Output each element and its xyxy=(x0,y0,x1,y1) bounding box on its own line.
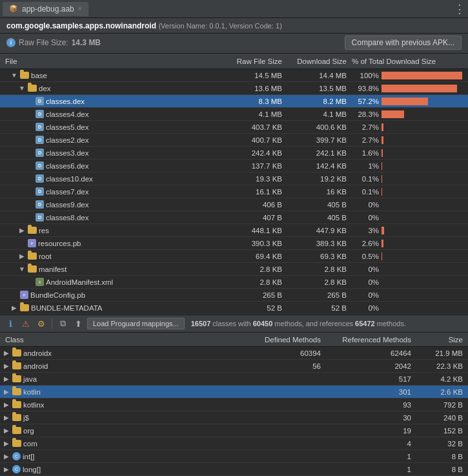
chevron-icon: ▶ xyxy=(10,304,18,311)
bar-fill xyxy=(382,253,382,260)
tree-row[interactable]: D classes2.dex 400.7 KB 399.7 KB 2.7% xyxy=(0,134,468,147)
class-name-cell: ▶ java xyxy=(3,375,239,383)
file-name: manifest xyxy=(39,265,66,273)
dl-size-cell: 142.4 KB xyxy=(285,162,349,170)
tree-row[interactable]: D classes5.dex 403.7 KB 400.6 KB 2.7% xyxy=(0,121,468,134)
dl-size-cell: 14.4 MB xyxy=(285,72,349,79)
pct-cell: 3% xyxy=(349,227,382,234)
class-name-cell: ▶ com xyxy=(3,440,239,448)
export-toolbar-btn[interactable]: ⬆ xyxy=(72,317,85,330)
dl-size-cell: 8.2 MB xyxy=(285,98,349,105)
dl-size-cell: 389.3 KB xyxy=(285,240,349,247)
tree-row[interactable]: D classes6.dex 137.7 KB 142.4 KB 1% xyxy=(0,160,468,172)
tree-row[interactable]: D classes3.dex 242.4 KB 242.1 KB 1.6% xyxy=(0,147,468,160)
raw-size-cell: 13.6 MB xyxy=(227,85,285,92)
pct-cell: 28.3% xyxy=(349,110,382,118)
class-row[interactable]: ▶ java 517 4.2 KB xyxy=(0,373,468,386)
pct-cell: 0% xyxy=(349,278,382,286)
file-cell: P resources.pb xyxy=(3,239,227,247)
pct-cell: 0% xyxy=(349,265,382,273)
tree-row[interactable]: P resources.pb 390.3 KB 389.3 KB 2.6% xyxy=(0,237,468,250)
load-mappings-button[interactable]: Load Proguard mappings... xyxy=(87,318,185,329)
dex-icon: D xyxy=(36,200,44,209)
file-name: dex xyxy=(39,85,51,92)
class-row[interactable]: ▶ C long[] 1 8 B xyxy=(0,463,468,476)
tree-row[interactable]: ▶ res 448.1 KB 447.9 KB 3% xyxy=(0,224,468,237)
dl-size-cell: 52 B xyxy=(285,304,349,312)
class-name-cell: ▶ j$ xyxy=(3,414,239,422)
info-bar: i Raw File Size: 14.3 MB Compare with pr… xyxy=(0,34,468,54)
class-row[interactable]: ▶ android 56 2042 22.3 KB xyxy=(0,360,468,373)
filter-toolbar-btn[interactable]: ⧉ xyxy=(56,317,69,330)
dl-size-cell: 399.7 KB xyxy=(285,136,349,144)
tree-row[interactable]: P BundleConfig.pb 265 B 265 B 0% xyxy=(0,289,468,302)
chevron-icon: ▼ xyxy=(18,265,26,273)
referenced-methods-cell: 19 xyxy=(323,427,414,435)
referenced-methods-cell: 1 xyxy=(323,453,414,460)
class-name: int[] xyxy=(23,453,35,460)
class-name-cell: ▶ kotlin xyxy=(3,388,239,396)
folder-icon xyxy=(28,265,37,273)
defined-methods-cell: 60394 xyxy=(239,349,323,357)
package-icon xyxy=(12,440,21,447)
bar-cell xyxy=(382,213,465,222)
file-cell: ▼ manifest xyxy=(3,265,227,273)
tree-row[interactable]: D classes9.dex 406 B 405 B 0% xyxy=(0,198,468,211)
class-name-cell: ▶ C int[] xyxy=(3,452,239,460)
class-name: long[] xyxy=(23,466,41,473)
class-row[interactable]: ▶ C int[] 1 8 B xyxy=(0,450,468,463)
class-row[interactable]: ▶ org 19 152 B xyxy=(0,424,468,437)
class-row[interactable]: ▶ j$ 30 240 B xyxy=(0,411,468,424)
settings-toolbar-btn[interactable]: ⚙ xyxy=(35,317,48,330)
file-cell: D classes2.dex xyxy=(3,136,227,144)
more-options-icon[interactable]: ⋮ xyxy=(454,2,465,16)
pct-cell: 1.6% xyxy=(349,149,382,157)
info-icon: i xyxy=(6,38,15,47)
bar-cell xyxy=(382,226,465,235)
tab-icon: 📦 xyxy=(9,5,18,13)
class-row[interactable]: ▶ kotlin 301 2.6 KB xyxy=(0,386,468,398)
raw-size-cell: 52 B xyxy=(227,304,285,312)
raw-size-cell: 14.5 MB xyxy=(227,72,285,79)
referenced-methods-cell: 30 xyxy=(323,414,414,422)
tab-close-icon[interactable]: × xyxy=(78,5,82,12)
dl-size-cell: 405 B xyxy=(285,214,349,222)
info-toolbar-btn[interactable]: ℹ xyxy=(4,317,17,330)
tree-row[interactable]: D classes.dex 8.3 MB 8.2 MB 57.2% xyxy=(0,95,468,108)
file-cell: D classes6.dex xyxy=(3,161,227,170)
class-row[interactable]: ▶ kotlinx 93 792 B xyxy=(0,398,468,411)
size-cell: 8 B xyxy=(414,453,465,460)
compare-button[interactable]: Compare with previous APK... xyxy=(345,36,462,50)
class-row[interactable]: ▶ com 4 32 B xyxy=(0,437,468,450)
file-cell: D classes9.dex xyxy=(3,200,227,209)
dex-icon: D xyxy=(36,174,44,183)
size-cell: 4.2 KB xyxy=(414,375,465,383)
tree-row[interactable]: D classes4.dex 4.1 MB 4.1 MB 28.3% xyxy=(0,108,468,121)
raw-size-cell: 403.7 KB xyxy=(227,123,285,131)
xml-icon: X xyxy=(36,278,44,286)
chevron-icon: ▶ xyxy=(3,349,10,357)
raw-size-cell: 8.3 MB xyxy=(227,98,285,105)
tree-row[interactable]: ▼ manifest 2.8 KB 2.8 KB 0% xyxy=(0,263,468,276)
raw-size-cell: 242.4 KB xyxy=(227,149,285,157)
file-tab[interactable]: 📦 app-debug.aab × xyxy=(3,2,88,16)
file-name: res xyxy=(39,227,49,234)
dl-size-cell: 4.1 MB xyxy=(285,110,349,118)
tree-row[interactable]: ▶ root 69.4 KB 69.3 KB 0.5% xyxy=(0,250,468,263)
chevron-icon: ▶ xyxy=(3,362,10,369)
class-row[interactable]: ▶ androidx 60394 62464 21.9 MB xyxy=(0,347,468,360)
raw-size-cell: 69.4 KB xyxy=(227,253,285,260)
tree-row[interactable]: ▼ base 14.5 MB 14.4 MB 100% xyxy=(0,69,468,82)
tree-row[interactable]: D classes7.dex 16.1 KB 16 KB 0.1% xyxy=(0,185,468,198)
raw-size-cell: 407 B xyxy=(227,214,285,222)
size-col-header: Size xyxy=(414,336,465,344)
bar-cell xyxy=(382,161,465,171)
bar-fill xyxy=(382,98,428,105)
tree-row[interactable]: ▼ dex 13.6 MB 13.5 MB 93.8% xyxy=(0,82,468,95)
warning-toolbar-btn[interactable]: ⚠ xyxy=(19,317,32,330)
tree-row[interactable]: ▶ BUNDLE-METADATA 52 B 52 B 0% xyxy=(0,302,468,315)
tree-row[interactable]: D classes10.dex 19.3 KB 19.2 KB 0.1% xyxy=(0,172,468,185)
tree-row[interactable]: D classes8.dex 407 B 405 B 0% xyxy=(0,211,468,224)
tree-row[interactable]: X AndroidManifest.xml 2.8 KB 2.8 KB 0% xyxy=(0,276,468,289)
file-name: classes.dex xyxy=(46,98,85,105)
